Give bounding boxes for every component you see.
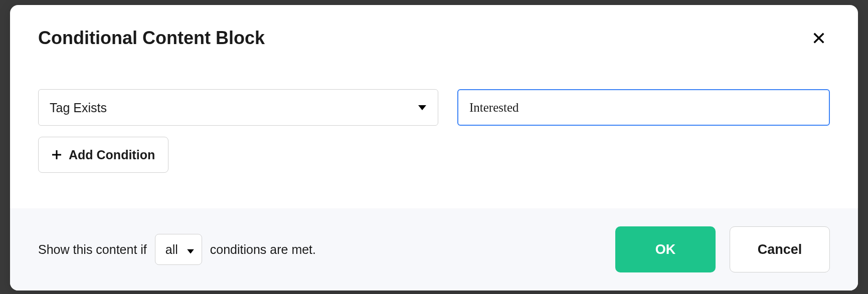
close-button[interactable] — [808, 27, 830, 49]
condition-mode-select[interactable]: all — [155, 234, 202, 265]
condition-type-wrapper: Tag Exists — [38, 89, 438, 126]
modal-header: Conditional Content Block — [10, 5, 858, 59]
add-condition-label: Add Condition — [69, 148, 155, 162]
footer-suffix: conditions are met. — [210, 242, 316, 257]
plus-icon — [52, 150, 62, 160]
cancel-button[interactable]: Cancel — [730, 226, 830, 272]
close-icon — [812, 31, 826, 45]
add-condition-button[interactable]: Add Condition — [38, 137, 168, 173]
modal-footer: Show this content if all conditions are … — [10, 208, 858, 290]
modal-title: Conditional Content Block — [38, 28, 265, 49]
conditional-content-modal: Conditional Content Block Tag Exists — [10, 5, 858, 290]
ok-button[interactable]: OK — [615, 226, 716, 272]
footer-condition-text: Show this content if all conditions are … — [38, 234, 316, 265]
condition-row: Tag Exists — [38, 89, 830, 126]
modal-body: Tag Exists Add Condition — [10, 59, 858, 208]
footer-prefix: Show this content if — [38, 242, 147, 257]
footer-actions: OK Cancel — [615, 226, 830, 272]
condition-type-select[interactable]: Tag Exists — [38, 89, 438, 126]
mode-select-wrapper: all — [155, 234, 202, 265]
condition-value-input[interactable] — [457, 89, 830, 126]
